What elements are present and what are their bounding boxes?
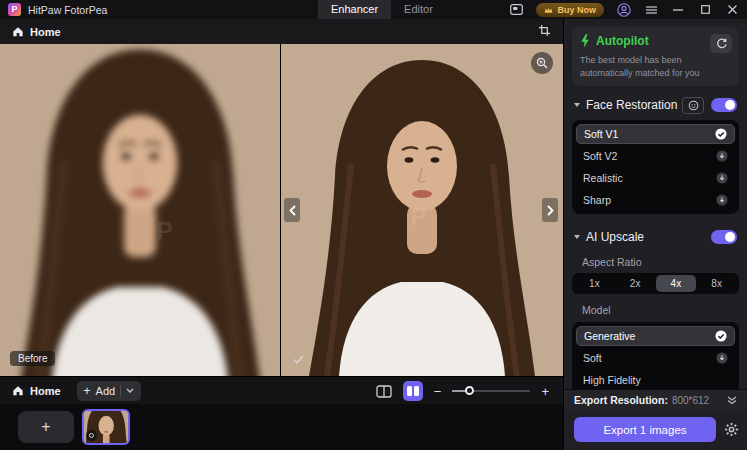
account-icon[interactable] (617, 3, 631, 17)
face-preview-icon[interactable] (682, 97, 704, 114)
buy-now-label: Buy Now (557, 5, 596, 15)
ratio-8x[interactable]: 8x (696, 275, 737, 292)
add-button-label: Add (96, 385, 116, 397)
model-label: Soft (583, 352, 716, 364)
model-option-soft-v1[interactable]: Soft V1 (576, 124, 735, 144)
breadcrumb-home-label[interactable]: Home (30, 26, 61, 38)
tab-editor[interactable]: Editor (391, 0, 446, 19)
crown-icon (544, 6, 553, 14)
face-restoration-toggle[interactable] (711, 98, 737, 112)
double-chevron-down-icon[interactable] (727, 396, 737, 405)
download-icon[interactable] (716, 150, 728, 162)
model-label: Sharp (583, 194, 716, 206)
model-option-high-fidelity[interactable]: High Fidelity (576, 370, 735, 390)
autopilot-card: Autopilot The best model has been automa… (572, 27, 739, 86)
zoom-in-icon[interactable]: + (541, 385, 549, 398)
before-portrait-image (0, 44, 280, 376)
ratio-1x[interactable]: 1x (574, 275, 615, 292)
divider (120, 385, 121, 397)
after-image-pane[interactable]: P (281, 44, 563, 376)
face-restoration-title: Face Restoration (586, 98, 677, 112)
buy-now-button[interactable]: Buy Now (536, 3, 604, 17)
lightning-bolt-icon (580, 34, 590, 48)
model-option-soft-v2[interactable]: Soft V2 (576, 146, 735, 166)
export-resolution-value: 800*612 (672, 395, 723, 406)
app-window: P HitPaw FotorPea Enhancer Editor Buy No… (0, 0, 747, 450)
app-title: HitPaw FotorPea (28, 4, 107, 16)
autopilot-title: Autopilot (596, 34, 649, 48)
model-label: Generative (584, 330, 715, 342)
refresh-button[interactable] (710, 34, 732, 53)
photo-thumbnail[interactable] (82, 409, 130, 445)
model-option-sharp[interactable]: Sharp (576, 190, 735, 210)
filmstrip: + (0, 404, 563, 450)
download-icon[interactable] (716, 352, 728, 364)
selected-check-icon (715, 330, 727, 342)
home-tab-label[interactable]: Home (30, 385, 61, 397)
collapse-triangle-icon[interactable] (574, 235, 580, 239)
breadcrumb-bar: Home (0, 19, 563, 44)
titlebar-controls: Buy Now (509, 0, 739, 19)
title-bar: P HitPaw FotorPea Enhancer Editor Buy No… (0, 0, 747, 19)
side-by-side-view-icon[interactable] (403, 381, 423, 401)
maximize-button[interactable] (698, 3, 712, 17)
ratio-4x[interactable]: 4x (656, 275, 697, 292)
aspect-ratio-selector: 1x 2x 4x 8x (572, 273, 739, 294)
menu-icon[interactable] (644, 3, 658, 17)
download-icon[interactable] (716, 194, 728, 206)
bottom-toolbar: Home + Add − + (0, 376, 563, 404)
add-photo-tile[interactable]: + (18, 411, 74, 443)
image-comparison-viewer: P Before P (0, 44, 563, 376)
main-tabs: Enhancer Editor (318, 0, 446, 19)
zoom-out-icon[interactable]: − (434, 385, 442, 398)
face-restoration-header: Face Restoration (574, 96, 737, 114)
next-arrow-button[interactable] (542, 198, 558, 222)
model-label: Soft V2 (583, 150, 716, 162)
tab-enhancer[interactable]: Enhancer (318, 0, 391, 19)
feedback-screen-icon[interactable] (509, 3, 523, 17)
export-row: Export 1 images (574, 417, 739, 442)
model-label: High Fidelity (583, 374, 728, 386)
add-image-button[interactable]: + Add (77, 381, 142, 401)
ai-upscale-toggle[interactable] (711, 230, 737, 244)
ai-upscale-header: AI Upscale (574, 228, 737, 246)
export-resolution-bar: Export Resolution: 800*612 (564, 389, 747, 410)
export-settings-gear-icon[interactable] (724, 422, 739, 437)
app-logo-icon: P (8, 3, 21, 16)
face-restoration-model-list: Soft V1 Soft V2 Realistic Sharp (572, 120, 739, 214)
slider-knob[interactable] (465, 386, 474, 395)
model-option-realistic[interactable]: Realistic (576, 168, 735, 188)
magnifier-zoom-icon[interactable] (531, 52, 553, 74)
collapse-triangle-icon[interactable] (574, 103, 580, 107)
chevron-down-icon[interactable] (126, 388, 134, 393)
model-label: Realistic (583, 172, 716, 184)
previous-arrow-button[interactable] (284, 198, 300, 222)
single-view-icon[interactable] (376, 385, 392, 398)
plus-icon: + (84, 384, 91, 398)
export-resolution-label: Export Resolution: (574, 394, 668, 406)
upscale-model-list: Generative Soft High Fidelity (572, 322, 739, 394)
model-option-soft[interactable]: Soft (576, 348, 735, 368)
watermark: P (411, 203, 427, 231)
upscale-model-label: Model (582, 304, 747, 316)
ai-upscale-title: AI Upscale (586, 230, 644, 244)
watermark: P (157, 217, 173, 245)
view-controls: − + (376, 381, 549, 401)
download-icon[interactable] (716, 172, 728, 184)
close-button[interactable] (725, 3, 739, 17)
before-label: Before (10, 351, 55, 366)
minimize-button[interactable] (671, 3, 685, 17)
model-option-generative[interactable]: Generative (576, 326, 735, 346)
home-icon[interactable] (12, 26, 24, 37)
processed-check-icon (293, 355, 304, 364)
thumbnail-status-icon (86, 430, 97, 441)
home-tab-icon[interactable] (12, 385, 24, 396)
crop-icon[interactable] (538, 24, 551, 37)
export-button[interactable]: Export 1 images (574, 417, 716, 442)
before-image-pane[interactable]: P Before (0, 44, 280, 376)
aspect-ratio-label: Aspect Ratio (582, 256, 747, 268)
model-label: Soft V1 (584, 128, 715, 140)
zoom-slider[interactable] (452, 386, 530, 396)
selected-check-icon (715, 128, 727, 140)
ratio-2x[interactable]: 2x (615, 275, 656, 292)
